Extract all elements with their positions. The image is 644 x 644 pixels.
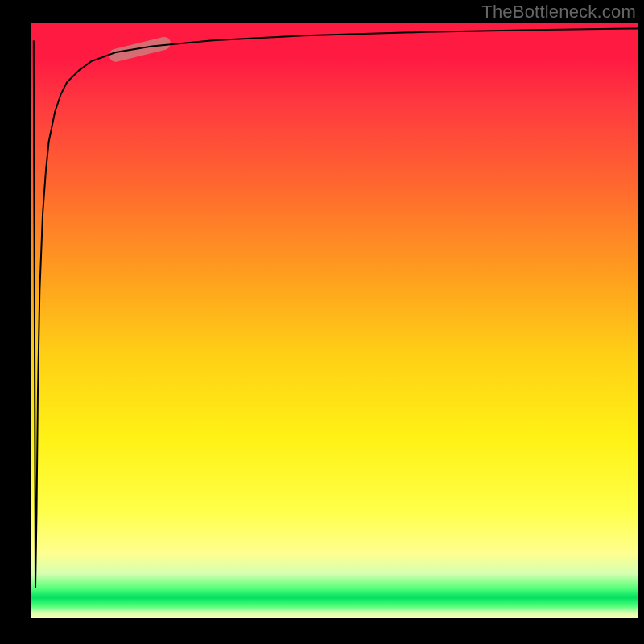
watermark-label: TheBottleneck.com <box>481 2 636 23</box>
plot-area <box>31 23 638 618</box>
curve-layer <box>31 23 638 618</box>
bottleneck-curve <box>34 28 638 588</box>
chart-frame: TheBottleneck.com <box>0 0 644 644</box>
